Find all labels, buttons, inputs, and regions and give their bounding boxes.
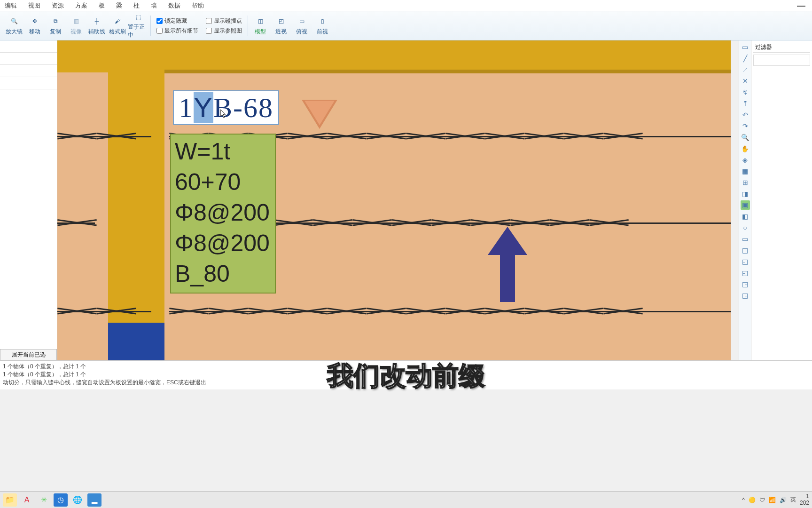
format-painter-button[interactable]: 🖌格式刷 — [107, 13, 128, 39]
view-front-button[interactable]: ▯前视 — [312, 13, 333, 39]
beam-edge — [158, 70, 739, 73]
tray-shield-icon[interactable]: 🛡 — [759, 497, 765, 503]
rebar-row — [57, 132, 151, 140]
tray-wifi-icon[interactable]: 📶 — [769, 497, 776, 503]
system-tray: ^ 🟡 🛡 📶 🔊 英 1 202 — [742, 493, 809, 506]
guideline-button[interactable]: ┼辅助线 — [86, 13, 107, 39]
right-tool-8[interactable]: 🔍 — [741, 133, 750, 142]
view-top-button[interactable]: ▭俯视 — [291, 13, 312, 39]
right-tool-10[interactable]: ◈ — [741, 155, 750, 165]
chk-show-collision[interactable]: 显示碰撞点 — [206, 17, 242, 25]
toolbar: 🔍放大镜 ✥移动 ⧉复制 ▥视像 ┼辅助线 🖌格式刷 ⬚置于正中 锁定隐藏 显示… — [0, 11, 812, 40]
perspective-icon: ◰ — [275, 16, 287, 27]
menu-help[interactable]: 帮助 — [192, 1, 204, 10]
info-line: 60+70 — [175, 167, 271, 198]
right-tool-14[interactable]: ▣ — [741, 200, 750, 210]
panel-row[interactable] — [0, 40, 57, 53]
menu-data[interactable]: 数据 — [168, 1, 180, 10]
taskbar-app[interactable]: 🌐 — [70, 493, 85, 507]
taskbar-app[interactable]: A — [20, 493, 34, 507]
video-subtitle: 我们改动前缀 — [327, 358, 485, 394]
right-tool-0[interactable]: ▭ — [741, 42, 750, 52]
right-tool-22[interactable]: ◳ — [741, 291, 750, 300]
info-line: W=1t — [175, 136, 271, 167]
rebar-row — [57, 218, 95, 227]
right-tool-21[interactable]: ◲ — [741, 279, 750, 289]
rebar-row — [273, 218, 731, 227]
copy-icon: ⧉ — [50, 16, 61, 27]
menu-resource[interactable]: 资源 — [52, 1, 64, 10]
move-icon: ✥ — [29, 16, 40, 27]
right-tool-7[interactable]: ↷ — [741, 121, 750, 131]
right-tool-20[interactable]: ◱ — [741, 268, 750, 278]
right-tool-6[interactable]: ↶ — [741, 110, 750, 119]
direction-arrow — [493, 227, 522, 302]
right-tool-11[interactable]: ▦ — [741, 167, 750, 176]
model-canvas[interactable]: 1YB-68 W=1t 60+70 Φ8@200 Φ8@200 B_80 — [57, 40, 739, 360]
right-tool-3[interactable]: ✕ — [741, 76, 750, 86]
right-tool-9[interactable]: ✋ — [741, 144, 750, 153]
right-tool-4[interactable]: ↯ — [741, 87, 750, 97]
cube-icon: ◫ — [255, 16, 266, 27]
menu-plan[interactable]: 方案 — [75, 1, 87, 10]
left-panel: 展开当前已选 — [0, 40, 57, 360]
right-tool-18[interactable]: ◫ — [741, 246, 750, 255]
menu-view[interactable]: 视图 — [28, 1, 40, 10]
taskbar: 📁 A ✳ ◷ 🌐 ▂ ^ 🟡 🛡 📶 🔊 英 1 202 — [0, 491, 812, 508]
window-minimize[interactable] — [797, 6, 805, 7]
menu-wall[interactable]: 墙 — [151, 1, 157, 10]
taskbar-app[interactable]: 📁 — [3, 493, 17, 507]
taskbar-app[interactable]: ◷ — [54, 493, 68, 507]
taskbar-app[interactable]: ▂ — [87, 493, 102, 507]
right-tool-19[interactable]: ◰ — [741, 257, 750, 266]
top-view-icon: ▭ — [296, 16, 307, 27]
rebar-row — [57, 307, 151, 315]
tray-ime[interactable]: 英 — [790, 496, 796, 504]
right-tool-16[interactable]: ○ — [741, 223, 750, 232]
panel-row[interactable] — [0, 53, 57, 65]
panel-row[interactable] — [0, 65, 57, 77]
chk-show-reference[interactable]: 显示参照图 — [206, 27, 242, 35]
info-line: B_80 — [175, 259, 271, 289]
component-info-panel: W=1t 60+70 Φ8@200 Φ8@200 B_80 — [170, 134, 276, 294]
rebar-row — [169, 307, 731, 315]
view-model-button[interactable]: ◫模型 — [250, 13, 271, 39]
tray-chevron-icon[interactable]: ^ — [742, 497, 745, 503]
right-tool-5[interactable]: ⤒ — [741, 99, 750, 108]
filter-header: 过滤器 — [753, 42, 810, 53]
right-tool-12[interactable]: ⊞ — [741, 178, 750, 187]
tray-volume-icon[interactable]: 🔊 — [780, 497, 787, 503]
chk-show-detail[interactable]: 显示所有细节 — [156, 27, 198, 35]
menu-column[interactable]: 柱 — [133, 1, 140, 10]
tray-time: 1 — [800, 493, 809, 500]
move-button[interactable]: ✥移动 — [24, 13, 45, 39]
expand-selection-button[interactable]: 展开当前已选 — [0, 349, 57, 360]
mirror-button[interactable]: ▥视像 — [66, 13, 86, 39]
menu-bar: 编辑 视图 资源 方案 板 梁 柱 墙 数据 帮助 — [0, 0, 812, 11]
column-base — [108, 323, 164, 360]
right-tool-2[interactable]: ⟋ — [741, 65, 750, 74]
chk-lock-hide[interactable]: 锁定隐藏 — [156, 17, 198, 25]
menu-slab[interactable]: 板 — [99, 1, 105, 10]
filter-input[interactable] — [753, 55, 810, 66]
brush-icon: 🖌 — [112, 16, 123, 27]
right-tool-1[interactable]: ╱ — [741, 54, 750, 63]
right-tool-strip: ▭╱⟋✕↯⤒↶↷🔍✋◈▦⊞◨▣◧○▭◫◰◱◲◳ — [739, 40, 751, 360]
view-perspective-button[interactable]: ◰透视 — [271, 13, 291, 39]
component-label-edit[interactable]: 1YB-68 — [173, 90, 279, 125]
right-tool-17[interactable]: ▭ — [741, 234, 750, 244]
zoom-button[interactable]: 🔍放大镜 — [4, 13, 24, 39]
marker-triangle-inner — [304, 101, 335, 125]
tray-date: 202 — [800, 500, 809, 506]
right-tool-13[interactable]: ◨ — [741, 189, 750, 198]
taskbar-app[interactable]: ✳ — [37, 493, 51, 507]
tray-icon[interactable]: 🟡 — [749, 497, 756, 503]
menu-edit[interactable]: 编辑 — [5, 1, 17, 10]
center-button[interactable]: ⬚置于正中 — [128, 13, 148, 39]
mirror-icon: ▥ — [70, 16, 82, 27]
menu-beam[interactable]: 梁 — [116, 1, 122, 10]
zoom-icon: 🔍 — [8, 16, 20, 27]
copy-button[interactable]: ⧉复制 — [45, 13, 66, 39]
panel-row[interactable] — [0, 77, 57, 89]
right-tool-15[interactable]: ◧ — [741, 212, 750, 221]
